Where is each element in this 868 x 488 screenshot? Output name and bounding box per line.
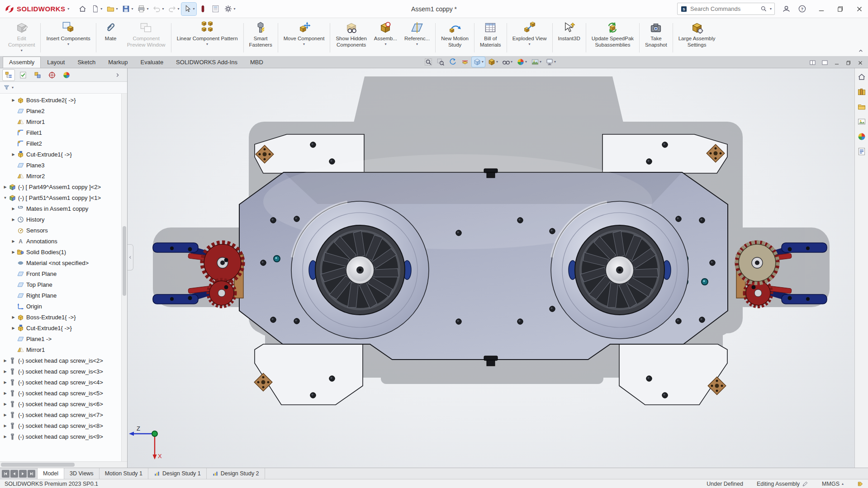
smart-fasteners-button[interactable]: SmartFasteners [246, 19, 276, 56]
help-icon[interactable]: ? [798, 5, 806, 13]
task-pane-home-button[interactable] [857, 72, 866, 81]
linear-component-pattern-button[interactable]: Linear Component Pattern▾ [173, 19, 242, 56]
pane-split-icon[interactable] [809, 59, 816, 66]
mate-button[interactable]: Mate [98, 19, 123, 56]
tree-item[interactable]: ▶(-) socket head cap screw_is<5> [0, 388, 127, 398]
tree-item[interactable]: Mirror1 [0, 116, 127, 127]
tree-expand-icon[interactable]: ▶ [10, 315, 17, 319]
tree-item[interactable]: ▶AAnnotations [0, 236, 127, 246]
tree-expand-icon[interactable]: ▶ [2, 435, 9, 439]
tree-expand-icon[interactable]: ▼ [2, 196, 9, 200]
tab-sketch[interactable]: Sketch [71, 57, 102, 68]
tree-expand-icon[interactable]: ▶ [10, 326, 17, 330]
view-orientation-button[interactable]: ▾ [472, 57, 485, 67]
tree-expand-icon[interactable]: ▶ [2, 359, 9, 363]
minimize-button[interactable] [817, 5, 825, 13]
tree-item[interactable]: Fillet1 [0, 127, 127, 138]
rebuild-button[interactable] [197, 3, 209, 15]
panel-tab-propertymanager[interactable] [17, 70, 29, 81]
exploded-view-button[interactable]: Exploded View▾ [509, 19, 550, 56]
tree-expand-icon[interactable]: ▶ [10, 207, 17, 211]
show-hidden-components-button[interactable]: Show HiddenComponents [332, 19, 370, 56]
right-tan-gear[interactable] [737, 242, 778, 283]
tree-item[interactable]: ▶Mates in Assem1 coppy [0, 203, 127, 214]
close-button[interactable] [855, 5, 863, 13]
tree-vscroll-thumb[interactable] [123, 226, 126, 296]
pane-full-icon[interactable] [821, 59, 828, 66]
tab-motion-study-1[interactable]: Motion Study 1 [100, 468, 148, 479]
tree-expand-icon[interactable]: ▶ [10, 239, 17, 243]
edit-appearance-button[interactable]: ▾ [515, 57, 528, 67]
tree-item[interactable]: ▶(-) [ Part49^Assem1 coppy ]<2> [0, 181, 127, 192]
tree-expand-icon[interactable]: ▶ [2, 424, 9, 428]
assemb-button[interactable]: Assemb...▾ [370, 19, 401, 56]
hide-show-items-button[interactable]: ▾ [501, 57, 514, 67]
graphics-area[interactable]: Z X [128, 68, 854, 468]
tree-item[interactable]: ▶(-) socket head cap screw_is<4> [0, 377, 127, 388]
assembly-3d-view[interactable]: Z X [128, 68, 854, 468]
panel-tab-configurationmanager[interactable] [32, 70, 43, 81]
user-account-icon[interactable] [782, 5, 791, 13]
next-tab-button[interactable] [19, 470, 27, 478]
tree-item[interactable]: Plane2 [0, 105, 127, 116]
tree-item[interactable]: Right Plane [0, 290, 127, 301]
tab-3d-views[interactable]: 3D Views [64, 468, 100, 479]
tree-item[interactable]: ▶Cut-Extrude1{ ->} [0, 149, 127, 160]
search-commands-box[interactable]: S ▾ [677, 3, 775, 15]
panel-tab-displaymanager[interactable] [61, 70, 72, 81]
tree-expand-icon[interactable]: ▶ [2, 413, 9, 417]
new-document-button[interactable]: ▾ [89, 3, 104, 15]
apply-scene-button[interactable]: ▾ [530, 57, 543, 67]
tab-markup[interactable]: Markup [102, 57, 134, 68]
take-snapshot-button[interactable]: TakeSnapshot [641, 19, 671, 56]
left-fan[interactable] [291, 201, 429, 339]
redo-button[interactable]: ▾ [166, 3, 181, 15]
tree-item[interactable]: ▶(-) socket head cap screw_is<2> [0, 355, 127, 366]
doc-close-button[interactable] [857, 60, 863, 66]
component-preview-window-button[interactable]: ComponentPreview Window [123, 19, 169, 56]
bill-of-materials-button[interactable]: Bill ofMaterials [476, 19, 505, 56]
tree-item[interactable]: Sensors [0, 225, 127, 236]
instant3d-button[interactable]: Instant3D [555, 19, 584, 56]
tree-expand-icon[interactable]: ▶ [10, 98, 17, 102]
tree-horizontal-scrollbar[interactable] [0, 461, 127, 468]
tree-item[interactable]: ▶Solid Bodies(1) [0, 246, 127, 257]
tree-item[interactable]: Front Plane [0, 268, 127, 279]
tree-hscroll-thumb[interactable] [1, 463, 75, 467]
view-palette-button[interactable] [857, 117, 866, 126]
tree-expand-icon[interactable]: ▶ [2, 402, 9, 406]
tree-expand-icon[interactable]: ▶ [10, 250, 17, 254]
tree-expand-icon[interactable]: ▶ [2, 185, 9, 189]
tree-item[interactable]: Fillet2 [0, 138, 127, 149]
insert-components-button[interactable]: Insert Components▾ [43, 19, 94, 56]
tab-layout[interactable]: Layout [41, 57, 71, 68]
restore-button[interactable] [836, 5, 844, 13]
panel-collapse-handle[interactable] [128, 244, 133, 270]
search-caret-icon[interactable]: ▾ [770, 7, 772, 11]
panel-expand-chevron-icon[interactable] [112, 70, 123, 81]
tree-item[interactable]: ▶(-) socket head cap screw_is<9> [0, 431, 127, 442]
ribbon-collapse-icon[interactable] [857, 47, 864, 54]
tree-item[interactable]: Origin [0, 301, 127, 312]
new-motion-study-button[interactable]: New MotionStudy [437, 19, 472, 56]
undo-button[interactable]: ▾ [151, 3, 166, 15]
previous-tab-button[interactable] [10, 470, 18, 478]
tree-item[interactable]: ▶(-) socket head cap screw_is<6> [0, 398, 127, 409]
tree-item[interactable]: ▶History [0, 214, 127, 225]
tree-item[interactable]: Mirror2 [0, 171, 127, 181]
filter-funnel-icon[interactable] [3, 84, 10, 91]
last-tab-button[interactable] [28, 470, 35, 478]
status-tag-icon[interactable] [857, 481, 863, 487]
home-button[interactable] [76, 3, 89, 15]
save-button[interactable]: ▾ [120, 3, 135, 15]
solidworks-logo[interactable]: SOLIDWORKS ▾ [5, 4, 69, 14]
design-library-button[interactable] [857, 87, 866, 96]
file-explorer-button[interactable] [857, 102, 866, 111]
tree-item[interactable]: ▶(-) socket head cap screw_is<3> [0, 366, 127, 377]
panel-tab-featuremanager[interactable] [3, 70, 14, 81]
custom-properties-button[interactable] [857, 147, 866, 156]
units-selector[interactable]: MMGS ▴ [822, 481, 844, 487]
tree-expand-icon[interactable]: ▶ [2, 370, 9, 374]
tree-item[interactable]: ▶(-) socket head cap screw_is<8> [0, 420, 127, 431]
view-settings-button[interactable]: ▾ [544, 57, 557, 67]
